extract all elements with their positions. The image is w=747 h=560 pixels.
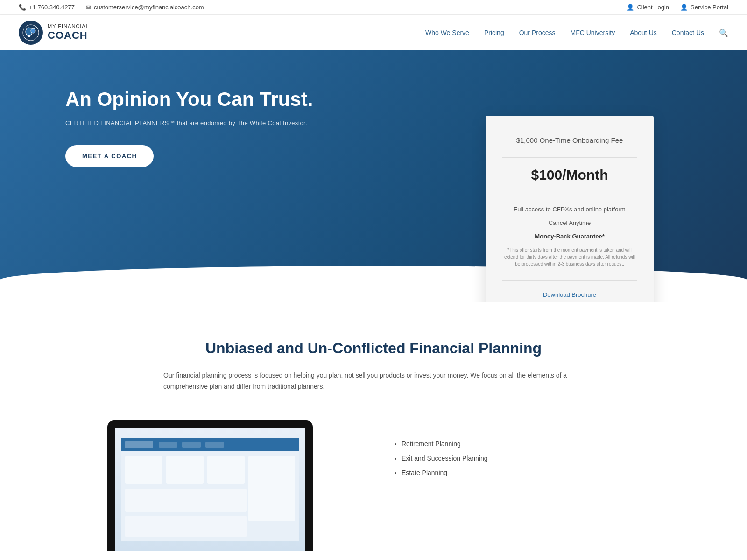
search-icon[interactable]: 🔍: [719, 28, 728, 37]
card-divider-3: [502, 280, 637, 281]
nav-contact-us[interactable]: Contact Us: [672, 27, 704, 38]
screen-svg: [121, 438, 299, 541]
nav-pricing[interactable]: Pricing: [484, 27, 504, 38]
features-list: Retirement Planning Exit and Succession …: [392, 420, 682, 483]
svg-point-2: [31, 28, 35, 33]
nav-about-us[interactable]: About Us: [630, 27, 657, 38]
phone-item[interactable]: 📞 +1 760.340.4277: [19, 4, 75, 11]
phone-icon: 📞: [19, 4, 26, 11]
card-divider-2: [502, 196, 637, 196]
card-monthly-price: $100/Month: [502, 167, 637, 183]
client-login-item[interactable]: 👤 Client Login: [627, 4, 669, 11]
hero-section: An Opinion You Can Trust. CERTIFIED FINA…: [0, 50, 747, 302]
svg-rect-15: [125, 516, 247, 537]
laptop-mock: [107, 420, 313, 551]
hero-left: An Opinion You Can Trust. CERTIFIED FINA…: [65, 88, 313, 167]
nav-our-process[interactable]: Our Process: [519, 27, 556, 38]
svg-rect-10: [125, 456, 162, 484]
card-onboarding-fee: $1,000 One-Time Onboarding Fee: [502, 136, 637, 144]
card-feature-access: Full access to CFP®s and online platform: [502, 206, 637, 213]
nav-links: Who We Serve Pricing Our Process MFC Uni…: [425, 27, 728, 38]
phone-number: +1 760.340.4277: [29, 4, 75, 11]
laptop-mock-container: [65, 420, 355, 551]
pricing-card: $1,000 One-Time Onboarding Fee $100/Mont…: [486, 116, 654, 302]
svg-rect-3: [28, 35, 30, 37]
navbar: MY FINANCIAL COACH Who We Serve Pricing …: [0, 15, 747, 50]
logo-text: MY FINANCIAL COACH: [48, 23, 89, 42]
nav-logo[interactable]: MY FINANCIAL COACH: [19, 21, 89, 45]
card-fine-print: *This offer starts from the moment payme…: [502, 246, 637, 267]
hero-title: An Opinion You Can Trust.: [65, 88, 313, 111]
service-portal-label: Service Portal: [691, 4, 728, 11]
nav-who-we-serve[interactable]: Who We Serve: [425, 27, 469, 38]
svg-rect-13: [248, 456, 295, 521]
logo-svg: [22, 24, 39, 41]
section-title: Unbiased and Un-Conflicted Financial Pla…: [65, 340, 682, 357]
portal-icon: 👤: [680, 4, 688, 11]
card-divider-1: [502, 157, 637, 158]
logo-my-financial: MY FINANCIAL: [48, 23, 89, 29]
user-icon: 👤: [627, 4, 634, 11]
laptop-screen: [115, 428, 305, 551]
laptop-screen-content: [115, 428, 305, 551]
meet-coach-button[interactable]: MEET A COACH: [65, 145, 154, 167]
card-feature-cancel: Cancel Anytime: [502, 219, 637, 226]
feature-retirement: Retirement Planning: [402, 439, 682, 449]
service-portal-item[interactable]: 👤 Service Portal: [680, 4, 728, 11]
svg-rect-11: [166, 456, 204, 484]
feature-exit: Exit and Succession Planning: [402, 454, 682, 463]
download-brochure-link[interactable]: Download Brochure: [543, 291, 596, 298]
features-row: Retirement Planning Exit and Succession …: [65, 420, 682, 551]
hero-subtitle: CERTIFIED FINANCIAL PLANNERS™ that are e…: [65, 119, 313, 126]
nav-mfc-university[interactable]: MFC University: [570, 27, 615, 38]
svg-rect-7: [159, 442, 177, 448]
svg-rect-6: [125, 441, 153, 448]
email-item[interactable]: ✉ customerservice@myfinancialcoach.com: [86, 4, 204, 11]
card-guarantee-title: Money-Back Guarantee*: [502, 233, 637, 240]
email-icon: ✉: [86, 4, 91, 11]
top-bar: 📞 +1 760.340.4277 ✉ customerservice@myfi…: [0, 0, 747, 15]
svg-rect-8: [182, 442, 201, 448]
logo-icon: [19, 21, 43, 45]
feature-estate: Estate Planning: [402, 468, 682, 478]
client-login-label: Client Login: [637, 4, 669, 11]
top-bar-left: 📞 +1 760.340.4277 ✉ customerservice@myfi…: [19, 4, 204, 11]
logo-coach: COACH: [48, 29, 89, 42]
svg-rect-14: [125, 489, 247, 512]
email-address: customerservice@myfinancialcoach.com: [94, 4, 204, 11]
top-bar-right: 👤 Client Login 👤 Service Portal: [627, 4, 728, 11]
features-ul: Retirement Planning Exit and Succession …: [392, 439, 682, 478]
svg-rect-9: [205, 442, 224, 448]
svg-rect-12: [207, 456, 245, 484]
section-body: Our financial planning process is focuse…: [163, 370, 584, 392]
main-section: Unbiased and Un-Conflicted Financial Pla…: [0, 302, 747, 560]
